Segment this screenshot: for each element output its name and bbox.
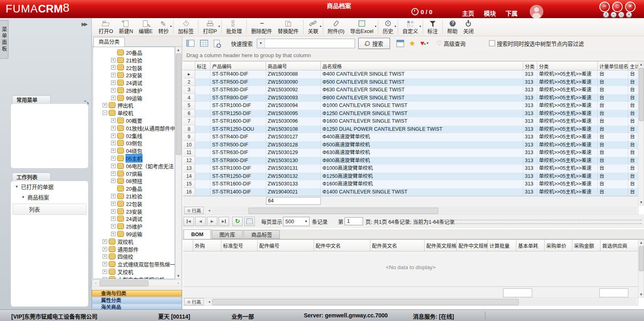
favorite-add-icon[interactable]: ♥: [420, 40, 424, 47]
bom-column-header[interactable]: 采购金额: [572, 239, 601, 251]
toolbar-button-delpart[interactable]: 删除配件: [248, 18, 275, 36]
bom-column-header[interactable]: 配件英文名: [370, 239, 425, 251]
help-window-button[interactable]: ?: [603, 12, 609, 18]
expand-plus-icon[interactable]: +: [111, 80, 116, 85]
tree-item[interactable]: +四倍绞: [93, 253, 175, 261]
tree-item[interactable]: +04绕包: [93, 147, 175, 154]
expand-plus-icon[interactable]: +: [111, 73, 116, 77]
tree-item[interactable]: +06电控（如考虑无法: [93, 162, 175, 170]
scrollbar-thumb[interactable]: [212, 299, 519, 305]
toolbar-button-swappart[interactable]: 替换配件: [275, 18, 301, 36]
expand-plus-icon[interactable]: +: [111, 209, 116, 214]
bom-horizontal-scrollbar[interactable]: 行高 ◂: [183, 298, 638, 306]
expand-plus-icon[interactable]: +: [103, 270, 107, 274]
scroll-up-icon[interactable]: ▲: [175, 47, 181, 53]
tree-item[interactable]: +99运输: [93, 230, 175, 238]
bom-column-header[interactable]: 配件英文规格: [425, 239, 457, 251]
work-list-opened-docs[interactable]: ▼ 已打开的单据: [11, 181, 88, 191]
tree-item[interactable]: +05主机: [93, 154, 175, 162]
expand-plus-icon[interactable]: +: [111, 96, 116, 100]
grid-column-header[interactable]: 分类: [523, 61, 537, 70]
menu-home[interactable]: 主页: [462, 9, 474, 17]
expand-plus-icon[interactable]: +: [111, 179, 116, 183]
tree-item[interactable]: −单绞机: [93, 109, 175, 117]
grid-view-icon[interactable]: [200, 40, 208, 47]
grid-horizontal-scrollbar[interactable]: 行高 ◂: [183, 206, 638, 214]
tree-item[interactable]: +03侧包: [93, 140, 175, 147]
grid-column-header[interactable]: 商品编号: [266, 61, 321, 70]
bom-column-header[interactable]: 基本单耗: [516, 239, 545, 251]
scrollbar-thumb[interactable]: [248, 208, 438, 214]
scrollbar-thumb[interactable]: [99, 280, 149, 286]
scroll-down-icon[interactable]: ▼: [638, 200, 644, 205]
restore-doc-button[interactable]: □: [618, 12, 624, 18]
scrollbar-track[interactable]: [212, 299, 636, 305]
chevron-down-icon[interactable]: ▼: [257, 39, 265, 48]
scroll-left-icon[interactable]: ◂: [206, 208, 212, 212]
expand-plus-icon[interactable]: +: [103, 103, 107, 107]
grid-column-header[interactable]: 分类: [537, 61, 598, 70]
expand-plus-icon[interactable]: +: [111, 232, 116, 236]
table-row[interactable]: 15ST-STR1600-DIFZW15030133Φ1600高速旋臂单绞机31…: [183, 180, 638, 188]
minimize-doc-button[interactable]: −: [611, 12, 617, 18]
previous-page-button[interactable]: ◀: [195, 217, 206, 226]
scroll-left-icon[interactable]: ◂: [206, 300, 212, 304]
tree-item[interactable]: +大型电力电缆押出机: [93, 276, 175, 279]
scroll-up-icon[interactable]: ▲: [638, 62, 644, 67]
menu-panel-vertical-tab[interactable]: 菜单面板: [0, 20, 8, 59]
scroll-right-icon[interactable]: ›: [175, 280, 181, 286]
collapse-minus-icon[interactable]: −: [103, 111, 107, 115]
tree-item[interactable]: 20备品: [93, 49, 175, 56]
row-height-button[interactable]: 行高: [184, 298, 204, 305]
heart-outline-icon[interactable]: ♡: [436, 40, 442, 47]
tree-item[interactable]: +21检验: [93, 192, 175, 200]
table-row[interactable]: 2ST-STR500-DIFZW15030090Φ500 CANTILEVER …: [183, 78, 638, 86]
first-page-button[interactable]: ◀: [184, 217, 194, 226]
tree-item[interactable]: +22包装: [93, 64, 175, 72]
tree-item[interactable]: +08预扭: [93, 177, 175, 185]
maximize-button[interactable]: □: [612, 2, 623, 12]
work-list-doc[interactable]: ▼ 商品档案: [11, 191, 88, 202]
table-row[interactable]: 6ST-STR1250-DIFZW15030095Φ1250 CANTILEVE…: [183, 110, 638, 118]
tree-item[interactable]: +24调试: [93, 215, 175, 223]
per-page-select[interactable]: 500 ▼: [283, 217, 310, 226]
tree-item[interactable]: +押出机: [93, 102, 175, 109]
toolbar-button-attach[interactable]: 附件(0): [325, 18, 347, 36]
table-row[interactable]: 14ST-STR1250-DIFZW15030132Φ1250高速旋臂单绞机31…: [183, 173, 638, 181]
menu-subordinates[interactable]: 下属: [506, 9, 518, 17]
expand-plus-icon[interactable]: +: [111, 216, 116, 221]
toolbar-button-close[interactable]: 关闭: [460, 18, 477, 36]
table-row[interactable]: ▸ST-STR400-DIFZW15030088Φ400 CANTILEVER …: [183, 70, 638, 78]
minimize-button[interactable]: −: [599, 2, 610, 12]
expand-plus-icon[interactable]: +: [111, 171, 116, 176]
expand-plus-icon[interactable]: +: [111, 65, 116, 70]
user-avatar[interactable]: [530, 5, 543, 19]
toolbar-button-mark[interactable]: 标注: [425, 18, 441, 36]
search-button[interactable]: 搜索: [358, 38, 390, 49]
scroll-down-icon[interactable]: ▼: [175, 273, 181, 279]
scroll-down-icon[interactable]: ▼: [638, 292, 644, 297]
table-row[interactable]: 10ST-STR500-DIFZW15030128Φ500高速旋臂单绞机313单…: [183, 141, 638, 149]
tree-item[interactable]: +00概要: [93, 117, 175, 124]
band-attribute-category[interactable]: 属性分类: [92, 297, 182, 303]
section-common-menu[interactable]: 常用菜单: [12, 95, 51, 104]
bom-column-header[interactable]: 外购: [193, 239, 221, 251]
grid-column-header[interactable]: 品名规格: [321, 61, 523, 70]
grid-vertical-scrollbar[interactable]: ▲ ▼: [638, 61, 644, 206]
bom-column-header[interactable]: 配件中文名: [314, 239, 370, 251]
saved-grid-icon[interactable]: [396, 40, 404, 47]
bom-column-header[interactable]: 配件编号: [258, 239, 314, 251]
table-row[interactable]: 12ST-STR800-DIFZW15030130Φ800高速旋臂单绞机313单…: [183, 157, 638, 165]
grid-settings-icon[interactable]: [244, 217, 255, 226]
table-row[interactable]: 3ST-STR630-DIFZW15030092Φ630 CANTILEVER …: [183, 86, 638, 94]
tab-bom[interactable]: BOM: [184, 229, 211, 239]
band-query-classify[interactable]: 查询与归类: [92, 290, 182, 296]
search-field-combo[interactable]: ▼: [257, 39, 355, 48]
bom-column-header[interactable]: 配件中文规格: [457, 239, 488, 251]
tree-item[interactable]: +23安装: [93, 208, 175, 215]
row-height-button[interactable]: 行高: [184, 207, 204, 214]
last-page-button[interactable]: ▶: [219, 217, 229, 226]
tab-image-library[interactable]: 图片库: [212, 230, 243, 239]
expand-plus-icon[interactable]: +: [103, 254, 107, 259]
expand-plus-icon[interactable]: +: [111, 134, 116, 138]
